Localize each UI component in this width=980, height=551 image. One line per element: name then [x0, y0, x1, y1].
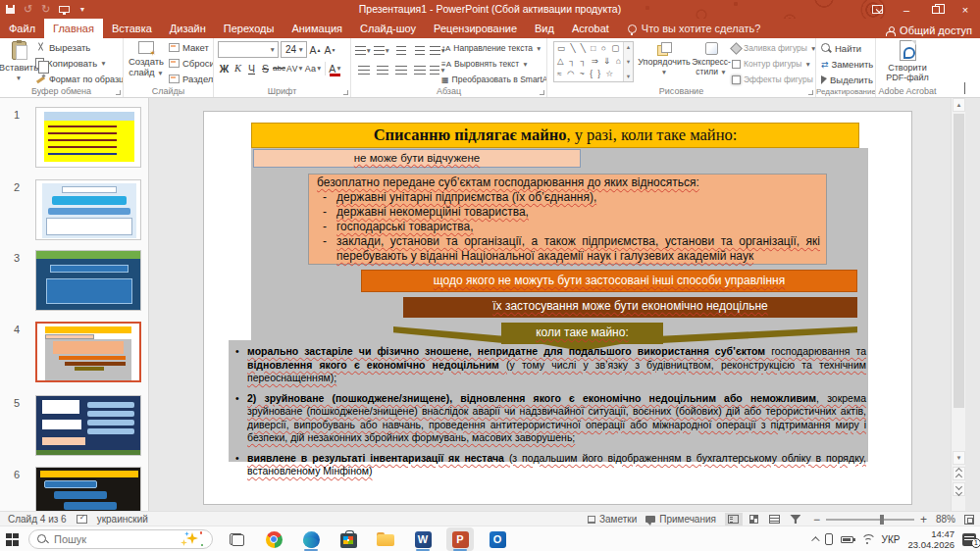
task-view-button[interactable]	[223, 527, 250, 551]
tab-Acrobat[interactable]: Acrobat	[563, 19, 618, 38]
tab-Файл[interactable]: Файл	[0, 19, 44, 38]
bullets-button[interactable]: ▼	[355, 42, 372, 58]
bold-button[interactable]: Ж	[218, 61, 231, 75]
slide-sorter-view-button[interactable]	[746, 513, 763, 526]
spell-check-icon[interactable]	[77, 515, 87, 524]
grow-font-button[interactable]: А▲	[309, 42, 322, 57]
current-slide[interactable]: Списанню підлягає майно, у разі, коли та…	[203, 111, 912, 505]
align-center-button[interactable]	[374, 62, 390, 77]
slide-box-economically-inexpedient[interactable]: їх застосування може бути економічно нед…	[403, 297, 857, 318]
slide-box-not-alienable[interactable]: не може бути відчужене	[253, 149, 581, 168]
increase-indent-button[interactable]	[411, 42, 428, 58]
taskbar-word[interactable]: W	[409, 527, 437, 551]
text-direction-button[interactable]: ↕АНаправление текста▼	[441, 43, 542, 53]
slide-bullets[interactable]: морально застаріле чи фізично зношене, н…	[233, 345, 866, 485]
zoom-in-button[interactable]: +	[920, 514, 927, 526]
scroll-down-button[interactable]: ▼	[953, 451, 965, 465]
tab-Главная[interactable]: Главная	[44, 19, 103, 38]
slide-number-indicator[interactable]: Слайд 4 из 6	[8, 514, 67, 525]
decrease-indent-button[interactable]	[392, 42, 409, 58]
font-name-combo[interactable]: ▼	[218, 41, 279, 58]
arrange-button[interactable]: Упорядочить ▼	[636, 42, 693, 75]
change-case-button[interactable]: Аа▼	[305, 61, 323, 75]
create-pdf-button[interactable]: СтворитиPDF-файл	[884, 40, 931, 82]
new-slide-button[interactable]: Создатьслайд ▼	[126, 41, 167, 77]
battery-icon[interactable]	[841, 536, 853, 543]
font-dialog-launcher[interactable]	[343, 90, 348, 95]
align-left-button[interactable]	[355, 62, 372, 77]
comments-toggle[interactable]: Примечания	[645, 514, 716, 525]
zoom-slider[interactable]	[826, 519, 914, 521]
shapes-gallery[interactable]: ▭ ╲ ╲ □ ○ ▢△ ┐ ┐ ⇒ ⇓ ⌂≈ ◠ ~ { } ☆ ▲▼▼	[553, 41, 634, 82]
wifi-icon[interactable]	[861, 534, 874, 544]
minimize-button[interactable]: –	[892, 0, 921, 19]
paste-button[interactable]: Вставить ▼	[4, 41, 33, 81]
tab-Анимация[interactable]: Анимация	[283, 19, 351, 38]
section-button[interactable]: Раздел▼	[169, 74, 214, 84]
numbering-button[interactable]: ▼	[374, 42, 390, 58]
normal-view-button[interactable]	[725, 513, 743, 526]
taskbar-file-explorer[interactable]	[372, 527, 399, 551]
close-button[interactable]: ×	[951, 0, 980, 19]
smartart-button[interactable]: ▦Преобразовать в SmartArt▼	[441, 75, 547, 84]
underline-button[interactable]: Ч	[245, 61, 258, 75]
restore-button[interactable]	[921, 0, 951, 19]
font-color-button[interactable]: А▼	[329, 61, 341, 75]
shapes-gallery-scroll[interactable]: ▲▼▼	[623, 42, 633, 81]
tab-Рецензирование[interactable]: Рецензирование	[425, 19, 526, 38]
tab-Слайд-шоу[interactable]: Слайд-шоу	[351, 19, 425, 38]
zoom-level[interactable]: 88%	[936, 514, 955, 525]
collapse-ribbon-button[interactable]	[964, 83, 972, 91]
taskbar-powerpoint-active[interactable]: P	[446, 527, 474, 551]
slide-box-transferred-entities[interactable]: безоплатно передане суб’єктам господарюв…	[308, 174, 827, 265]
device-tray-icon[interactable]	[825, 533, 833, 545]
clock[interactable]: 14:47 23.04.2026	[907, 528, 954, 550]
previous-slide-button[interactable]	[953, 467, 965, 480]
shape-effects-button[interactable]: Эффекты фигуры▼	[732, 75, 816, 84]
reset-button[interactable]: Сбросить	[169, 58, 214, 69]
strikethrough-button[interactable]: S	[259, 61, 272, 75]
zoom-slider-thumb[interactable]	[880, 515, 884, 525]
tab-Дизайн[interactable]: Дизайн	[161, 19, 215, 38]
italic-button[interactable]: К	[232, 61, 244, 75]
taskbar-store[interactable]	[335, 527, 362, 551]
find-button[interactable]: Найти	[821, 43, 861, 54]
taskbar-outlook[interactable]: O	[484, 527, 511, 551]
layout-button[interactable]: Макет▼	[169, 42, 214, 53]
shape-outline-button[interactable]: Контур фигуры▼	[732, 59, 811, 69]
share-button[interactable]: Общий доступ	[886, 25, 972, 36]
keyboard-language-indicator[interactable]: УКР	[882, 534, 901, 545]
tab-Переходы[interactable]: Переходы	[215, 19, 284, 38]
notes-toggle[interactable]: Заметки	[588, 514, 637, 525]
quick-styles-button[interactable]: Экспресс-стили ▼	[693, 42, 730, 76]
paragraph-dialog-launcher[interactable]	[540, 90, 544, 95]
vertical-scrollbar[interactable]: ▲ ▼	[951, 98, 965, 511]
slide-title-box[interactable]: Списанню підлягає майно, у разі, коли та…	[251, 123, 859, 148]
shape-fill-button[interactable]: Заливка фигуры▼	[732, 43, 816, 53]
scrollbar-thumb[interactable]	[954, 114, 964, 408]
slideshow-view-button[interactable]	[787, 513, 804, 526]
cut-button[interactable]: Вырезать	[35, 42, 90, 53]
notification-center-button[interactable]: 1	[962, 533, 976, 546]
reading-view-button[interactable]	[766, 513, 784, 526]
text-shadow-button[interactable]: abc	[273, 61, 285, 75]
taskbar-search[interactable]	[28, 529, 213, 549]
replace-button[interactable]: ⇄Заменить▼	[821, 59, 876, 70]
search-input[interactable]	[54, 533, 162, 545]
justify-button[interactable]	[411, 62, 428, 77]
fit-slide-to-window-icon[interactable]	[964, 515, 974, 525]
shrink-font-button[interactable]: А▼	[324, 42, 336, 57]
align-text-button[interactable]: ≡АВыровнять текст▼	[441, 59, 529, 69]
start-button[interactable]	[6, 533, 19, 546]
copy-button[interactable]: Копировать▼	[35, 58, 107, 69]
scroll-up-button[interactable]: ▲	[953, 98, 965, 112]
show-hidden-icons-button[interactable]	[811, 536, 819, 544]
character-spacing-button[interactable]: АV▼	[286, 61, 304, 75]
clipboard-dialog-launcher[interactable]	[116, 90, 121, 95]
align-right-button[interactable]	[392, 62, 409, 77]
slide-box-other-management[interactable]: щодо якого не можуть бути застосовані ін…	[361, 270, 857, 292]
taskbar-chrome[interactable]	[260, 527, 287, 551]
font-size-combo[interactable]: 24▼	[281, 41, 307, 58]
format-painter-button[interactable]: Формат по образцу	[35, 74, 124, 84]
select-button[interactable]: Выделить▼	[821, 75, 876, 85]
